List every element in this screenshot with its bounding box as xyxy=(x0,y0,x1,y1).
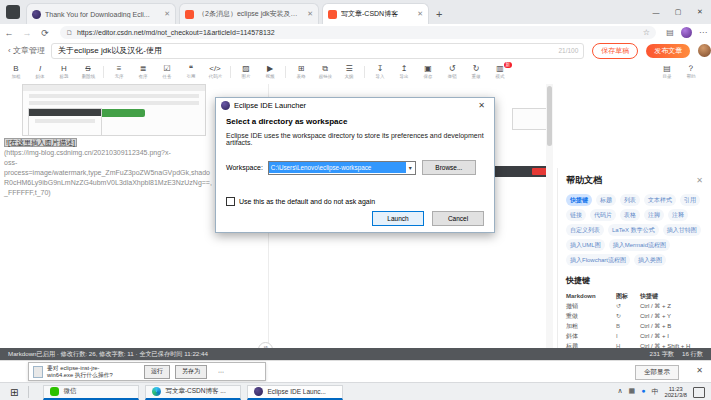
shortcut-icon: ↻ xyxy=(616,311,640,321)
document-image-thumbnail-small[interactable] xyxy=(28,108,102,136)
unordered-list-icon: ≡ xyxy=(117,64,122,73)
touch-keyboard-icon[interactable]: ▦ xyxy=(629,387,636,397)
page-icon: 🗋 xyxy=(66,29,73,36)
taskbar-clock[interactable]: 11:23 2021/3/8 xyxy=(664,386,687,399)
browser-profile-avatar[interactable] xyxy=(681,27,692,38)
help-close-icon[interactable]: ✕ xyxy=(696,176,703,185)
eclipse-icon xyxy=(254,387,263,396)
default-workspace-checkbox[interactable] xyxy=(226,197,235,206)
refresh-icon[interactable]: ⟳ xyxy=(36,28,54,38)
toolbar-hyperlink-button[interactable]: ⧉超链接 xyxy=(313,64,337,80)
browser-tab-2[interactable]: （2条消息）eclipse jdk安装及汉化 - CSDN✕ xyxy=(179,3,319,24)
save-as-button[interactable]: 另存为 xyxy=(175,365,207,379)
close-button[interactable]: ✕ xyxy=(689,8,711,16)
ime-language-icon[interactable]: 中 xyxy=(651,387,658,397)
help-tag[interactable]: 插入Flowchart流程图 xyxy=(566,254,630,266)
dialog-close-icon[interactable]: ✕ xyxy=(474,101,489,110)
url-input[interactable]: 🗋 https://editor.csdn.net/md/not_checkou… xyxy=(60,26,656,39)
line-count: 16 行数 xyxy=(682,350,703,359)
forward-icon[interactable]: → xyxy=(18,28,36,38)
help-tag[interactable]: 列表 xyxy=(620,194,640,206)
taskbar-apps: 微信写文章-CSDN博客 ...Eclipse IDE Launc... xyxy=(43,385,349,400)
help-tag[interactable]: 标题 xyxy=(596,194,616,206)
dialog-title-bar[interactable]: Eclipse IDE Launcher ✕ xyxy=(216,98,494,113)
tab-close-icon[interactable]: ✕ xyxy=(307,10,313,18)
taskbar-app-eclipse[interactable]: Eclipse IDE Launc... xyxy=(247,385,343,400)
help-tag[interactable]: LaTeX 数学公式 xyxy=(608,224,659,236)
toolbar-toc-button[interactable]: ▤目录 xyxy=(655,64,679,80)
shortcut-row: 加粗BCtrl / ⌘ + B xyxy=(566,321,703,331)
toolbar-image-button[interactable]: ▨图片 xyxy=(234,64,258,80)
start-button[interactable]: ⊞ xyxy=(0,387,28,398)
help-tag[interactable]: 插入甘特图 xyxy=(663,224,701,236)
toolbar-outline-button[interactable]: ☰大纲 xyxy=(337,64,361,80)
workspace-combobox[interactable]: C:\Users\Lenovo\eclipse-workspace ▾ xyxy=(268,161,416,175)
toolbar-unordered-list-button[interactable]: ≡无序 xyxy=(107,64,131,80)
favorite-star-icon[interactable]: ☆ xyxy=(643,28,650,37)
toolbar-import-button[interactable]: ↧导入 xyxy=(368,64,392,80)
run-button[interactable]: 运行 xyxy=(144,365,170,379)
taskbar-app-wechat[interactable]: 微信 xyxy=(43,385,139,400)
help-tag[interactable]: 引用 xyxy=(680,194,700,206)
help-tag[interactable]: 注脚 xyxy=(644,209,664,221)
toolbar-bold-button[interactable]: B加粗 xyxy=(4,64,28,80)
toolbar-task-list-button[interactable]: ☑任务 xyxy=(155,64,179,80)
help-tag[interactable]: 自定义列表 xyxy=(566,224,604,236)
toolbar-ordered-list-button[interactable]: ≣有序 xyxy=(131,64,155,80)
back-icon[interactable]: ← xyxy=(0,28,18,38)
toolbar-italic-button[interactable]: I斜体 xyxy=(28,64,52,80)
tab-close-icon[interactable]: ✕ xyxy=(164,10,170,18)
save-draft-button[interactable]: 保存草稿 xyxy=(592,43,638,59)
browser-menu-icon[interactable]: ⋯ xyxy=(695,28,711,37)
toolbar-mode-button[interactable]: ▥新模式 xyxy=(488,64,512,80)
toolbar-code-snippet-button[interactable]: </>代码片 xyxy=(203,64,227,80)
export-icon: ↥ xyxy=(401,64,408,73)
download-more-icon[interactable]: ⋯ xyxy=(212,366,230,378)
new-tab-button[interactable]: + xyxy=(436,8,442,20)
help-tag[interactable]: 文本样式 xyxy=(644,194,676,206)
toolbar-save-button[interactable]: ▣保存 xyxy=(416,64,440,80)
toolbar-strikethrough-button[interactable]: S删除线 xyxy=(76,64,100,80)
collections-icon[interactable]: ▤ xyxy=(662,28,678,37)
help-tag[interactable]: 代码片 xyxy=(590,209,616,221)
browser-tab-1[interactable]: Thank You for Downloading Ecli...✕ xyxy=(26,3,176,24)
download-bar-close-icon[interactable]: ✕ xyxy=(696,366,703,375)
toolbar-video-button[interactable]: ▶视频 xyxy=(258,64,282,80)
help-tag[interactable]: 插入UML图 xyxy=(566,239,605,251)
toolbar-export-button[interactable]: ↥导出 xyxy=(392,64,416,80)
taskbar-app-edge[interactable]: 写文章-CSDN博客 ... xyxy=(145,385,241,400)
toolbar-redo-button[interactable]: ↻重做 xyxy=(464,64,488,80)
maximize-button[interactable]: ▢ xyxy=(667,8,689,16)
dialog-heading: Select a directory as workspace xyxy=(226,117,484,126)
tray-chevron-icon[interactable]: ∧ xyxy=(617,387,622,397)
chevron-down-icon[interactable]: ▾ xyxy=(406,164,415,171)
toolbar-help-button[interactable]: ？帮助 xyxy=(679,64,703,80)
publish-button[interactable]: 发布文章 xyxy=(646,44,690,58)
help-tag[interactable]: 表格 xyxy=(620,209,640,221)
action-center-icon[interactable] xyxy=(693,387,705,398)
show-all-downloads-button[interactable]: 全部显示 xyxy=(635,365,679,380)
preview-scrollbar[interactable] xyxy=(546,84,553,348)
tab-close-icon[interactable]: ✕ xyxy=(417,10,423,18)
help-tag[interactable]: 插入Mermaid流程图 xyxy=(609,239,670,251)
toolbar-quote-button[interactable]: ❝引用 xyxy=(179,64,203,80)
browser-tab-3[interactable]: 写文章-CSDN博客✕ xyxy=(322,3,429,24)
help-tag[interactable]: 快捷键 xyxy=(566,194,592,206)
launch-button[interactable]: Launch xyxy=(372,211,424,226)
user-avatar[interactable] xyxy=(698,44,711,57)
cancel-button[interactable]: Cancel xyxy=(432,211,484,226)
eclipse-favicon-icon xyxy=(32,10,41,19)
help-tag[interactable]: 插入类图 xyxy=(634,254,666,266)
help-tag[interactable]: 注释 xyxy=(668,209,688,221)
article-manage-link[interactable]: ‹ 文章管理 xyxy=(8,45,45,56)
minimize-button[interactable]: — xyxy=(645,9,667,16)
browse-button[interactable]: Browse... xyxy=(422,160,476,175)
toolbar-undo-button[interactable]: ↺撤销 xyxy=(440,64,464,80)
vertical-tabs-icon[interactable] xyxy=(6,5,20,19)
toolbar-heading-button[interactable]: H标题 xyxy=(52,64,76,80)
eclipse-launcher-dialog: Eclipse IDE Launcher ✕ Select a director… xyxy=(215,97,495,233)
network-status-icon[interactable]: ● xyxy=(641,387,645,397)
toolbar-table-button[interactable]: ⊞表格 xyxy=(289,64,313,80)
help-tag[interactable]: 链接 xyxy=(566,209,586,221)
article-title-input[interactable]: 关于eclipse jdk以及汉化-使用 21/100 xyxy=(51,43,584,59)
